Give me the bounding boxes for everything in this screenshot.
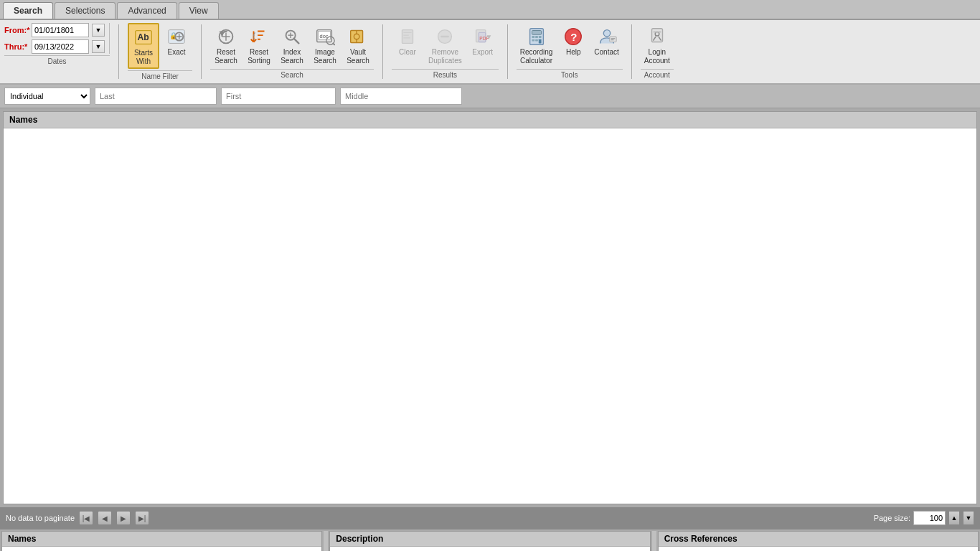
login-icon <box>646 25 669 48</box>
page-size-up-btn[interactable]: ▲ <box>948 511 960 525</box>
account-buttons: LoginAccount <box>641 23 674 67</box>
bottom-panel-description-body <box>330 547 649 551</box>
bottom-panel-names-body <box>2 547 321 551</box>
svg-rect-33 <box>538 36 541 38</box>
svg-text:Ab: Ab <box>138 32 149 42</box>
recording-calculator-button[interactable]: Recording Calculator <box>517 23 557 67</box>
page-size-input[interactable] <box>913 511 946 525</box>
starts-with-icon: Ab <box>132 26 155 49</box>
sep4 <box>507 24 508 79</box>
tools-group-label: Tools <box>517 69 623 79</box>
reset-search-icon <box>215 25 237 48</box>
image-search-button[interactable]: doc Image Search <box>309 23 341 67</box>
reset-search-button[interactable]: Reset Search <box>210 23 242 67</box>
pagination-bar: No data to paginate |◀ ◀ ▶ ▶| Page size:… <box>0 507 980 529</box>
from-label: From:* <box>4 26 29 34</box>
reset-sorting-icon <box>248 25 270 48</box>
thru-label: Thru:* <box>4 42 29 51</box>
index-search-label: Index Search <box>281 48 303 65</box>
type-select[interactable]: Individual Business All <box>4 88 90 105</box>
toolbar-search-group: Reset Search Reset Sorting <box>210 23 374 79</box>
tab-view[interactable]: View <box>179 2 219 19</box>
search-group-label: Search <box>210 69 374 79</box>
help-label: Help <box>566 48 581 57</box>
results-header: Names <box>4 112 976 128</box>
vault-search-icon <box>347 25 369 48</box>
clear-button[interactable]: Clear <box>392 23 423 59</box>
nav-prev-btn[interactable]: ◀ <box>98 511 112 525</box>
exact-button[interactable]: 🔒 Exact <box>161 23 192 59</box>
starts-with-button[interactable]: Ab Starts With <box>128 23 159 69</box>
date-section: From:* ▼ Thru:* ▼ <box>4 23 110 54</box>
results-buttons: Clear Remove Duplicates PD <box>392 23 499 67</box>
vault-search-label: Vault Search <box>347 48 369 65</box>
sep2 <box>201 24 202 79</box>
remove-duplicates-label: Remove Duplicates <box>428 48 462 65</box>
splitter-1[interactable] <box>324 531 328 551</box>
clear-label: Clear <box>399 48 416 57</box>
svg-rect-40 <box>609 37 616 42</box>
page-size-down-btn[interactable]: ▼ <box>963 511 974 525</box>
reset-sorting-button[interactable]: Reset Sorting <box>243 23 275 67</box>
contact-icon <box>595 25 618 48</box>
splitter-2[interactable] <box>652 531 656 551</box>
clear-icon <box>396 25 419 48</box>
export-button[interactable]: PDF Export <box>467 23 499 59</box>
search-buttons: Reset Search Reset Sorting <box>210 23 374 67</box>
svg-rect-22 <box>402 30 413 44</box>
last-name-input[interactable] <box>95 88 217 105</box>
nav-first-btn[interactable]: |◀ <box>79 511 93 525</box>
thru-date-input[interactable] <box>32 39 89 54</box>
tab-search[interactable]: Search <box>3 2 53 19</box>
middle-name-input[interactable] <box>340 88 462 105</box>
exact-label: Exact <box>167 48 185 57</box>
thru-date-picker-btn[interactable]: ▼ <box>92 40 105 53</box>
starts-with-label: Starts With <box>134 49 153 66</box>
bottom-panel-cross-references-header: Cross References <box>659 532 978 547</box>
svg-rect-31 <box>532 36 534 38</box>
tab-selections[interactable]: Selections <box>55 2 116 19</box>
vault-search-button[interactable]: Vault Search <box>342 23 374 67</box>
index-search-button[interactable]: Index Search <box>276 23 308 67</box>
login-label: LoginAccount <box>644 48 670 65</box>
help-button[interactable]: ? Help <box>557 23 589 59</box>
reset-sorting-label: Reset Sorting <box>248 48 270 65</box>
svg-rect-36 <box>538 39 541 44</box>
bottom-panel-description: Description <box>329 531 650 551</box>
toolbar-account-group: LoginAccount Account <box>641 23 674 79</box>
export-icon: PDF <box>471 25 494 48</box>
toolbar-name-filter-group: Ab Starts With 🔒 Exact Name Filter <box>128 23 192 80</box>
nav-last-btn[interactable]: ▶| <box>135 511 149 525</box>
pagination-right: Page size: ▲ ▼ <box>874 511 974 525</box>
contact-button[interactable]: Contact <box>590 23 622 59</box>
main-area: Names <box>0 108 980 507</box>
from-date-picker-btn[interactable]: ▼ <box>92 24 105 37</box>
from-row: From:* ▼ <box>4 23 105 37</box>
remove-duplicates-button[interactable]: Remove Duplicates <box>425 23 466 67</box>
tab-advanced[interactable]: Advanced <box>117 2 176 19</box>
first-name-input[interactable] <box>221 88 336 105</box>
index-search-icon <box>281 25 303 48</box>
toolbar-tools-group: Recording Calculator ? Help <box>517 23 623 79</box>
dates-group-label: Dates <box>4 55 110 65</box>
login-account-button[interactable]: LoginAccount <box>641 23 674 67</box>
name-filter-buttons: Ab Starts With 🔒 Exact <box>128 23 192 69</box>
bottom-panel-names: Names <box>1 531 322 551</box>
thru-row: Thru:* ▼ <box>4 39 105 54</box>
svg-line-10 <box>294 39 299 44</box>
from-date-input[interactable] <box>32 23 89 37</box>
nav-next-btn[interactable]: ▶ <box>116 511 131 525</box>
svg-rect-34 <box>532 39 534 42</box>
bottom-panel-names-header: Names <box>2 532 321 547</box>
svg-rect-32 <box>535 36 538 38</box>
contact-label: Contact <box>594 48 618 57</box>
account-group-label: Account <box>641 69 674 79</box>
bottom-panel-cross-references: Cross References <box>658 531 979 551</box>
exact-icon: 🔒 <box>165 25 188 48</box>
sep5 <box>631 24 632 79</box>
bottom-panel-cross-references-body <box>659 547 978 551</box>
svg-rect-45 <box>653 32 661 33</box>
image-search-label: Image Search <box>314 48 336 65</box>
pagination-text: No data to paginate <box>6 514 75 522</box>
remove-duplicates-icon <box>433 25 456 48</box>
